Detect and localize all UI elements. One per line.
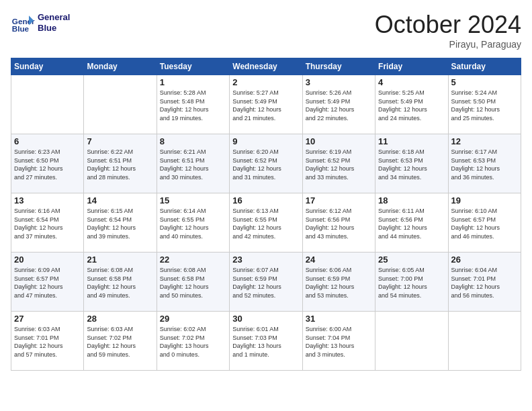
week-row-4: 20Sunrise: 6:09 AM Sunset: 6:57 PM Dayli…: [11, 253, 521, 312]
calendar-cell: 22Sunrise: 6:08 AM Sunset: 6:58 PM Dayli…: [157, 253, 229, 312]
day-number: 13: [14, 195, 81, 205]
calendar-cell: 23Sunrise: 6:07 AM Sunset: 6:59 PM Dayli…: [230, 253, 302, 312]
day-info: Sunrise: 6:06 AM Sunset: 6:59 PM Dayligh…: [306, 266, 372, 300]
calendar-cell: 30Sunrise: 6:01 AM Sunset: 7:03 PM Dayli…: [230, 312, 302, 371]
header-saturday: Saturday: [448, 58, 521, 75]
day-info: Sunrise: 6:20 AM Sunset: 6:52 PM Dayligh…: [232, 148, 299, 181]
calendar-cell: 27Sunrise: 6:03 AM Sunset: 7:01 PM Dayli…: [11, 312, 84, 371]
calendar-cell: 9Sunrise: 6:20 AM Sunset: 6:52 PM Daylig…: [230, 134, 302, 193]
day-number: 16: [232, 195, 299, 205]
day-number: 5: [451, 77, 518, 87]
day-number: 12: [451, 136, 518, 146]
day-info: Sunrise: 6:05 AM Sunset: 7:00 PM Dayligh…: [378, 266, 445, 300]
day-number: 30: [232, 314, 299, 324]
month-title: October 2024: [375, 11, 521, 39]
day-number: 20: [14, 255, 81, 265]
day-info: Sunrise: 5:26 AM Sunset: 5:49 PM Dayligh…: [306, 89, 372, 122]
day-number: 4: [378, 77, 445, 87]
day-info: Sunrise: 6:23 AM Sunset: 6:50 PM Dayligh…: [14, 148, 81, 181]
day-info: Sunrise: 5:24 AM Sunset: 5:50 PM Dayligh…: [451, 89, 518, 122]
calendar-cell: 7Sunrise: 6:22 AM Sunset: 6:51 PM Daylig…: [84, 134, 157, 193]
calendar-cell: 21Sunrise: 6:08 AM Sunset: 6:58 PM Dayli…: [84, 253, 157, 312]
header-wednesday: Wednesday: [230, 58, 302, 75]
calendar-cell: [375, 312, 448, 371]
calendar-cell: 10Sunrise: 6:19 AM Sunset: 6:52 PM Dayli…: [302, 134, 375, 193]
day-info: Sunrise: 6:02 AM Sunset: 7:02 PM Dayligh…: [160, 325, 226, 359]
day-info: Sunrise: 6:01 AM Sunset: 7:03 PM Dayligh…: [232, 325, 299, 359]
day-info: Sunrise: 5:28 AM Sunset: 5:48 PM Dayligh…: [160, 89, 226, 122]
header-sunday: Sunday: [11, 58, 84, 75]
day-number: 18: [378, 195, 445, 205]
day-number: 14: [87, 195, 153, 205]
day-number: 2: [232, 77, 299, 87]
calendar-cell: 5Sunrise: 5:24 AM Sunset: 5:50 PM Daylig…: [448, 75, 521, 134]
day-number: 7: [87, 136, 153, 146]
day-number: 28: [87, 314, 153, 324]
location: Pirayu, Paraguay: [375, 39, 521, 50]
day-number: 11: [378, 136, 445, 146]
calendar-cell: 19Sunrise: 6:10 AM Sunset: 6:57 PM Dayli…: [448, 193, 521, 253]
day-info: Sunrise: 6:04 AM Sunset: 7:01 PM Dayligh…: [451, 266, 518, 300]
day-number: 27: [14, 314, 81, 324]
day-number: 19: [451, 195, 518, 205]
calendar-cell: 26Sunrise: 6:04 AM Sunset: 7:01 PM Dayli…: [448, 253, 521, 312]
header-friday: Friday: [375, 58, 448, 75]
day-number: 1: [160, 77, 226, 87]
logo-line1: General: [38, 12, 70, 23]
svg-text:Blue: Blue: [12, 24, 30, 33]
logo: General Blue General Blue: [11, 11, 70, 35]
logo-line2: Blue: [38, 23, 70, 34]
calendar-cell: 20Sunrise: 6:09 AM Sunset: 6:57 PM Dayli…: [11, 253, 84, 312]
title-block: October 2024 Pirayu, Paraguay: [375, 11, 521, 50]
day-info: Sunrise: 6:07 AM Sunset: 6:59 PM Dayligh…: [232, 266, 299, 300]
day-number: 6: [14, 136, 81, 146]
calendar-cell: [11, 75, 84, 134]
day-number: 29: [160, 314, 226, 324]
header-tuesday: Tuesday: [157, 58, 229, 75]
day-number: 10: [306, 136, 372, 146]
day-info: Sunrise: 6:16 AM Sunset: 6:54 PM Dayligh…: [14, 207, 81, 240]
calendar-cell: 24Sunrise: 6:06 AM Sunset: 6:59 PM Dayli…: [302, 253, 375, 312]
calendar-table: SundayMondayTuesdayWednesdayThursdayFrid…: [11, 58, 521, 371]
day-info: Sunrise: 6:19 AM Sunset: 6:52 PM Dayligh…: [306, 148, 372, 181]
day-info: Sunrise: 6:22 AM Sunset: 6:51 PM Dayligh…: [87, 148, 153, 181]
calendar-cell: 2Sunrise: 5:27 AM Sunset: 5:49 PM Daylig…: [230, 75, 302, 134]
calendar-cell: [84, 75, 157, 134]
day-info: Sunrise: 6:17 AM Sunset: 6:53 PM Dayligh…: [451, 148, 518, 181]
day-info: Sunrise: 6:00 AM Sunset: 7:04 PM Dayligh…: [306, 325, 372, 359]
day-info: Sunrise: 6:14 AM Sunset: 6:55 PM Dayligh…: [160, 207, 226, 240]
day-number: 25: [378, 255, 445, 265]
day-number: 31: [306, 314, 372, 324]
day-number: 21: [87, 255, 153, 265]
day-info: Sunrise: 6:10 AM Sunset: 6:57 PM Dayligh…: [451, 207, 518, 240]
logo-text: General Blue: [38, 12, 70, 33]
day-info: Sunrise: 6:08 AM Sunset: 6:58 PM Dayligh…: [87, 266, 153, 300]
week-row-3: 13Sunrise: 6:16 AM Sunset: 6:54 PM Dayli…: [11, 193, 521, 253]
day-number: 26: [451, 255, 518, 265]
calendar-cell: 31Sunrise: 6:00 AM Sunset: 7:04 PM Dayli…: [302, 312, 375, 371]
calendar-cell: 12Sunrise: 6:17 AM Sunset: 6:53 PM Dayli…: [448, 134, 521, 193]
day-number: 8: [160, 136, 226, 146]
day-info: Sunrise: 6:03 AM Sunset: 7:02 PM Dayligh…: [87, 325, 153, 359]
day-info: Sunrise: 6:08 AM Sunset: 6:58 PM Dayligh…: [160, 266, 226, 300]
day-info: Sunrise: 6:03 AM Sunset: 7:01 PM Dayligh…: [14, 325, 81, 359]
day-info: Sunrise: 5:27 AM Sunset: 5:49 PM Dayligh…: [232, 89, 299, 122]
day-info: Sunrise: 6:21 AM Sunset: 6:51 PM Dayligh…: [160, 148, 226, 181]
header-monday: Monday: [84, 58, 157, 75]
calendar-cell: 18Sunrise: 6:11 AM Sunset: 6:56 PM Dayli…: [375, 193, 448, 253]
calendar-cell: 4Sunrise: 5:25 AM Sunset: 5:49 PM Daylig…: [375, 75, 448, 134]
day-number: 15: [160, 195, 226, 205]
day-number: 24: [306, 255, 372, 265]
logo-icon: General Blue: [11, 11, 35, 35]
day-info: Sunrise: 5:25 AM Sunset: 5:49 PM Dayligh…: [378, 89, 445, 122]
calendar-cell: 6Sunrise: 6:23 AM Sunset: 6:50 PM Daylig…: [11, 134, 84, 193]
calendar-cell: 13Sunrise: 6:16 AM Sunset: 6:54 PM Dayli…: [11, 193, 84, 253]
calendar-header-row: SundayMondayTuesdayWednesdayThursdayFrid…: [11, 58, 521, 75]
day-number: 9: [232, 136, 299, 146]
day-number: 22: [160, 255, 226, 265]
day-info: Sunrise: 6:13 AM Sunset: 6:55 PM Dayligh…: [232, 207, 299, 240]
calendar-cell: 28Sunrise: 6:03 AM Sunset: 7:02 PM Dayli…: [84, 312, 157, 371]
calendar-cell: [448, 312, 521, 371]
day-info: Sunrise: 6:09 AM Sunset: 6:57 PM Dayligh…: [14, 266, 81, 300]
day-info: Sunrise: 6:12 AM Sunset: 6:56 PM Dayligh…: [306, 207, 372, 240]
